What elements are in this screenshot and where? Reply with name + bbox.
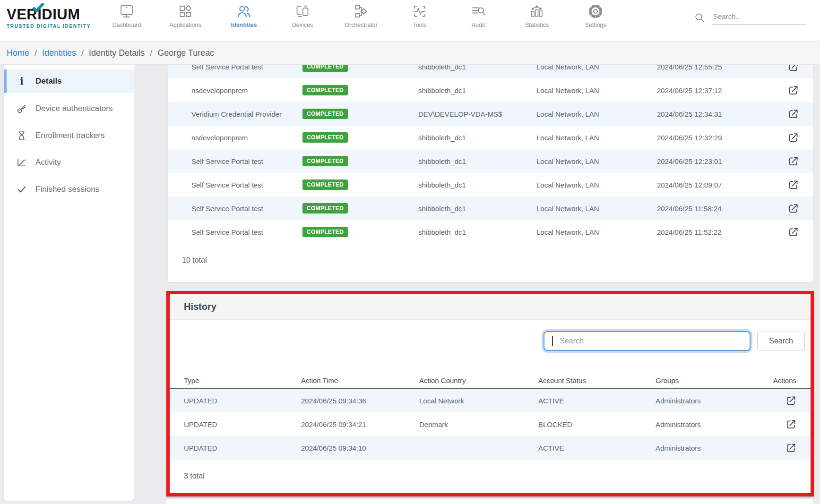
- sidebar-item-enrollment-trackers[interactable]: Enrollment trackers: [4, 122, 134, 149]
- session-location: Local Network, LAN: [536, 181, 657, 189]
- launch-icon[interactable]: [788, 65, 799, 72]
- statistics-icon: [529, 3, 544, 19]
- nav-item-label: Tools: [413, 22, 426, 28]
- launch-icon[interactable]: [788, 203, 799, 214]
- launch-icon[interactable]: [788, 227, 799, 238]
- history-account-status: ACTIVE: [538, 444, 656, 452]
- session-server: shibboleth_dc1: [418, 86, 536, 94]
- audit-icon: [471, 3, 486, 19]
- nav-item-identities[interactable]: Identities: [215, 3, 273, 28]
- session-time: 2024/06/25 11:52:22: [657, 228, 783, 236]
- session-server: shibboleth_dc1: [418, 65, 536, 71]
- session-time: 2024/06/25 12:09:07: [657, 181, 783, 189]
- settings-icon: [588, 3, 603, 19]
- search-icon: [694, 12, 705, 23]
- sidebar-item-finished-sessions[interactable]: Finished sessions: [4, 176, 134, 203]
- session-time: 2024/06/25 12:32:29: [657, 134, 783, 142]
- nav-item-applications[interactable]: Applications: [156, 3, 215, 28]
- nav-item-label: Statistics: [525, 22, 549, 28]
- breadcrumb-item-identities[interactable]: Identities: [42, 48, 76, 58]
- launch-icon[interactable]: [785, 395, 796, 406]
- nav-item-audit[interactable]: Audit: [449, 3, 508, 28]
- global-search: [694, 9, 806, 25]
- session-time: 2024/06/25 12:55:25: [657, 65, 783, 71]
- history-column-action-time: Action Time: [301, 376, 419, 384]
- status-badge: COMPLETED: [302, 156, 348, 166]
- session-status-cell: COMPLETED: [302, 227, 418, 237]
- history-action-time: 2024/06/25 09:34:36: [301, 397, 419, 405]
- history-column-action-country: Action Country: [419, 376, 538, 384]
- session-status-cell: COMPLETED: [302, 203, 418, 214]
- nav-item-devices[interactable]: Devices: [273, 3, 332, 28]
- status-badge: COMPLETED: [302, 227, 348, 237]
- session-row: nsdeveloponprem COMPLETED shibboleth_dc1…: [168, 126, 813, 149]
- launch-icon[interactable]: [788, 179, 799, 190]
- sidebar-item-details[interactable]: i Details: [4, 69, 134, 93]
- history-type: UPDATED: [184, 444, 301, 452]
- session-server: DEV\DEVELOP-VDA-MS$: [418, 110, 536, 118]
- session-status-cell: COMPLETED: [302, 156, 418, 166]
- hourglass-icon: [16, 130, 27, 141]
- devices-icon: [295, 3, 310, 19]
- nav-item-orchestrator[interactable]: Orchestrator: [332, 3, 390, 28]
- session-time: 2024/06/25 12:34:31: [657, 110, 783, 118]
- sidebar-item-label: Device authenticators: [35, 104, 112, 113]
- top-navigation-bar: VERIDIUM TRUSTED DIGITAL IDENTITY Dashbo…: [0, 0, 820, 41]
- nav-item-statistics[interactable]: Statistics: [508, 3, 566, 28]
- sessions-total: 10 total: [182, 256, 813, 265]
- session-location: Local Network, LAN: [536, 65, 657, 71]
- veridium-logo[interactable]: VERIDIUM TRUSTED DIGITAL IDENTITY: [7, 7, 91, 29]
- activity-chart-icon: [16, 157, 27, 168]
- key-icon: [16, 103, 27, 114]
- nav-item-settings[interactable]: Settings: [566, 3, 625, 28]
- session-row: Self Service Portal test COMPLETED shibb…: [168, 149, 813, 173]
- sidebar-item-label: Finished sessions: [35, 185, 99, 194]
- session-row: Self Service Portal test COMPLETED shibb…: [168, 173, 813, 196]
- sidebar-item-label: Enrollment trackers: [35, 131, 104, 140]
- brand-tagline: TRUSTED DIGITAL IDENTITY: [7, 24, 91, 29]
- breadcrumb-separator: /: [145, 48, 157, 58]
- session-time: 2024/06/25 12:37:12: [657, 86, 783, 94]
- history-account-status: BLOCKED: [538, 420, 656, 428]
- breadcrumb-item-identity-details: Identity Details: [89, 48, 145, 58]
- history-search-input[interactable]: [544, 332, 750, 350]
- history-search-button[interactable]: Search: [757, 332, 805, 350]
- sidebar-item-device-authenticators[interactable]: Device authenticators: [4, 95, 134, 122]
- launch-icon[interactable]: [785, 443, 796, 453]
- session-row: Self Service Portal test COMPLETED shibb…: [168, 220, 813, 244]
- history-action-time: 2024/06/25 09:34:10: [301, 444, 419, 452]
- launch-icon[interactable]: [785, 419, 796, 430]
- sidebar-item-label: Details: [35, 77, 62, 86]
- session-location: Local Network, LAN: [536, 228, 657, 236]
- history-search-box: [544, 331, 751, 351]
- history-account-status: ACTIVE: [538, 397, 656, 405]
- history-action-time: 2024/06/25 09:34:21: [301, 420, 419, 428]
- status-badge: COMPLETED: [302, 65, 348, 72]
- launch-icon[interactable]: [788, 132, 799, 143]
- session-location: Local Network, LAN: [536, 86, 657, 94]
- global-search-input[interactable]: [712, 9, 806, 25]
- sidebar-item-activity[interactable]: Activity: [4, 149, 134, 176]
- launch-icon[interactable]: [788, 85, 799, 96]
- session-server: shibboleth_dc1: [418, 157, 536, 165]
- session-name: Veridium Credential Provider: [191, 110, 302, 118]
- identities-icon: [236, 3, 251, 19]
- nav-item-tools[interactable]: Tools: [390, 3, 449, 28]
- history-row: UPDATED 2024/06/25 09:34:36 Local Networ…: [170, 389, 811, 412]
- status-badge: COMPLETED: [302, 203, 348, 214]
- history-row: UPDATED 2024/06/25 09:34:10 ACTIVE Admin…: [170, 436, 811, 460]
- history-highlight-annotation: History Search TypeAction TimeAction Cou…: [166, 291, 814, 496]
- nav-item-dashboard[interactable]: Dashboard: [97, 3, 156, 28]
- breadcrumb-item-home[interactable]: Home: [7, 48, 29, 58]
- launch-icon[interactable]: [788, 156, 799, 167]
- history-title: History: [184, 301, 216, 312]
- status-badge: COMPLETED: [302, 85, 348, 95]
- text-cursor: [552, 336, 553, 346]
- history-table-rows: UPDATED 2024/06/25 09:34:36 Local Networ…: [170, 389, 811, 460]
- status-badge: COMPLETED: [302, 109, 348, 119]
- nav-item-label: Orchestrator: [345, 22, 377, 28]
- launch-icon[interactable]: [788, 109, 799, 120]
- history-groups: Administrators: [656, 444, 768, 452]
- identity-sidebar: i Details Device authenticators Enrollme…: [4, 65, 134, 501]
- session-status-cell: COMPLETED: [302, 179, 418, 190]
